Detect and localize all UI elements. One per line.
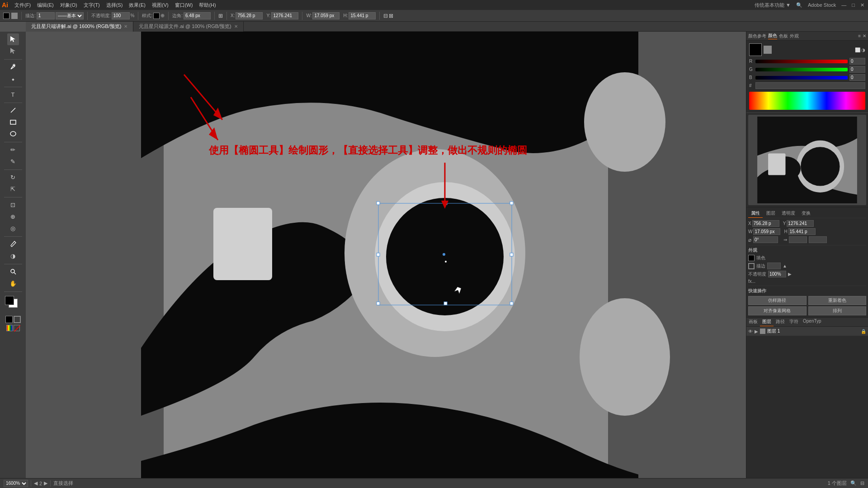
arrange-btn[interactable]: 排列 (808, 306, 867, 315)
adobe-btn[interactable]: Adobe Stock (806, 2, 838, 8)
zoom-tool[interactable] (7, 266, 19, 277)
rect-tool[interactable] (7, 116, 19, 128)
scale-x-input[interactable] (789, 236, 807, 243)
b-slider[interactable] (755, 76, 848, 80)
menu-type[interactable]: 文字(T) (81, 1, 103, 9)
opacity-arrow[interactable]: ▶ (788, 272, 792, 277)
user-btn[interactable]: 🔍 (794, 2, 804, 9)
menu-help[interactable]: 帮助(H) (196, 1, 218, 9)
angle-input[interactable] (753, 236, 778, 243)
g-input[interactable] (849, 66, 865, 73)
fg-swatch[interactable] (5, 296, 14, 305)
opentype-tab[interactable]: OpenTyp (801, 318, 824, 326)
align-pixel-btn[interactable]: 对齐像素网格 (748, 306, 807, 315)
props-tab-opacity[interactable]: 透明度 (779, 209, 798, 218)
main-color-swatch[interactable] (749, 43, 762, 56)
selection-tool[interactable] (7, 33, 19, 45)
menu-effect[interactable]: 效果(E) (126, 1, 148, 9)
close-btn[interactable]: ✕ (859, 2, 866, 9)
hand-tool[interactable]: ✋ (7, 277, 19, 289)
rotate-tool[interactable]: ↻ (7, 171, 19, 183)
menu-edit[interactable]: 编辑(E) (34, 1, 57, 9)
stroke-input[interactable] (37, 12, 55, 19)
b-input[interactable] (849, 74, 865, 81)
r-input[interactable] (849, 58, 865, 65)
h-prop-input[interactable] (788, 228, 816, 235)
grayscale-icon[interactable]: ◑ (861, 47, 865, 52)
style-icon[interactable]: ⊕ (160, 13, 165, 19)
symbol-tool[interactable]: ◎ (7, 222, 19, 234)
free-transform-tool[interactable]: ⊡ (7, 199, 19, 211)
tab-2-close[interactable]: ✕ (234, 24, 238, 29)
tab-2[interactable]: 元且星只端源文件.ai @ 100% (RGB/预览) ✕ (133, 22, 243, 32)
props-tab-attrs[interactable]: 属性 (748, 209, 763, 218)
recolor-btn[interactable]: 重新着色 (808, 296, 867, 305)
transform-icon[interactable]: ⊞ (218, 13, 223, 19)
corner-input[interactable] (184, 12, 211, 19)
ellipse-tool[interactable] (7, 128, 19, 140)
scale-y-input[interactable] (809, 236, 827, 243)
shape-builder-tool[interactable]: ⊕ (7, 211, 19, 222)
nav-next[interactable]: ▶ (44, 480, 47, 486)
stroke-color-swatch[interactable] (748, 263, 755, 269)
char-tab[interactable]: 字符 (787, 318, 801, 326)
stroke-select[interactable]: ——基本 (56, 12, 84, 19)
path-tab[interactable]: 路径 (774, 318, 787, 326)
color-tab[interactable]: 颜色 (768, 33, 777, 39)
nav-prev[interactable]: ◀ (34, 480, 38, 486)
zoom-select[interactable]: 1600% (4, 480, 28, 487)
artboard-tab[interactable]: 画板 (746, 318, 760, 326)
direct-select-tool[interactable] (7, 45, 19, 57)
tab-1-close[interactable]: ✕ (124, 24, 127, 29)
r-slider[interactable] (755, 60, 848, 63)
layer-lock-btn[interactable]: 🔒 (861, 329, 866, 334)
props-tab-layer[interactable]: 图层 (764, 209, 778, 218)
color-spectrum[interactable] (749, 92, 865, 110)
none-icon[interactable] (14, 325, 20, 331)
x-prop-input[interactable] (752, 220, 779, 227)
x-input[interactable] (236, 12, 263, 19)
hex-input[interactable] (755, 82, 865, 89)
scale-tool[interactable]: ⇱ (7, 183, 19, 195)
opacity-input[interactable] (112, 12, 130, 19)
menu-file[interactable]: 文件(F) (12, 1, 33, 9)
arrange-icon[interactable]: ⊟ (860, 480, 864, 486)
w-prop-input[interactable] (753, 228, 780, 235)
menu-select[interactable]: 选择(S) (104, 1, 126, 9)
layer-name[interactable]: 图层 1 (767, 328, 861, 334)
gradient-tool[interactable]: ◑ (7, 250, 19, 262)
anchor-tool[interactable]: ⬥ (7, 73, 19, 84)
layer-lock-icon[interactable]: ▶ (755, 329, 758, 334)
appearance-tab[interactable]: 外观 (790, 33, 799, 39)
fill-icon[interactable] (5, 316, 13, 323)
eyedropper-tool[interactable] (7, 238, 19, 250)
secondary-swatch[interactable] (764, 46, 772, 54)
stroke-swatch[interactable] (11, 13, 18, 19)
w-input[interactable] (312, 12, 340, 19)
swatch-tab[interactable]: 色板 (779, 33, 788, 39)
stroke-icon[interactable] (14, 316, 21, 323)
brush-tool[interactable]: ✏ (7, 144, 19, 155)
min-btn[interactable]: — (840, 2, 848, 8)
color-icon[interactable] (6, 325, 13, 331)
distribute-icon[interactable]: ⊠ (389, 13, 393, 19)
panel-menu-icon[interactable]: ≡ (858, 33, 861, 38)
max-btn[interactable]: □ (850, 2, 857, 8)
zoom-in-icon[interactable]: 🔍 (850, 480, 857, 486)
pencil-tool[interactable]: ✎ (7, 155, 19, 167)
h-input[interactable] (349, 12, 376, 19)
stroke-up-icon[interactable]: ▲ (783, 263, 787, 268)
menu-window[interactable]: 窗口(W) (172, 1, 196, 9)
stroke-width-input[interactable] (767, 263, 781, 269)
opacity-prop-input[interactable] (768, 271, 786, 277)
type-tool[interactable]: T (7, 89, 19, 100)
tab-1[interactable]: 元且星只端讲解.ai @ 1600% (RGB/预览) ✕ (26, 22, 133, 32)
g-slider[interactable] (755, 68, 848, 71)
y-prop-input[interactable] (787, 220, 814, 227)
fill-color-swatch[interactable] (748, 255, 755, 261)
panel-collapse-icon[interactable]: ✕ (863, 33, 866, 38)
path-btn[interactable]: 仿样路径 (748, 296, 807, 305)
layer-eye-icon[interactable]: 👁 (748, 329, 753, 334)
props-tab-transform[interactable]: 变换 (799, 209, 813, 218)
color-ref-tab[interactable]: 颜色参考 (748, 33, 766, 39)
